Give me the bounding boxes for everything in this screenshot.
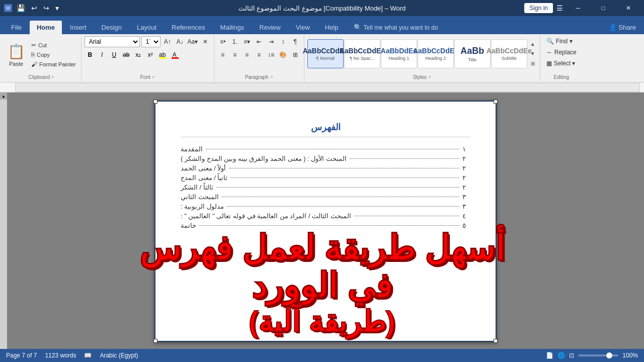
font-expand-icon[interactable]: ↗ [151, 75, 155, 79]
close-button[interactable]: ✕ [617, 0, 640, 16]
toc-entry: ٢ أولاً / معنى الحمد [181, 164, 470, 172]
tab-share[interactable]: 👤 Share [602, 21, 643, 34]
bullets-button[interactable]: ≡• [217, 36, 228, 47]
format-painter-icon: 🖌 [31, 61, 37, 68]
toc-dots [354, 216, 459, 216]
paragraph-expand-icon[interactable]: ↗ [270, 75, 273, 79]
align-left-button[interactable]: ≡ [217, 49, 228, 60]
resize-handle-br[interactable] [494, 339, 498, 343]
styles-expand-icon[interactable]: ↗ [428, 75, 431, 79]
editing-group: 🔍 Find ▾ ↔ Replace ▦ Select ▾ Editing [540, 35, 583, 81]
toc-number: ٥ [462, 222, 470, 229]
view-web-icon[interactable]: 🌐 [557, 352, 565, 359]
decrease-indent-button[interactable]: ⇤ [254, 36, 265, 47]
show-formatting-button[interactable]: ¶ [290, 36, 301, 47]
paste-button[interactable]: 📋 Paste [5, 40, 27, 69]
styles-scroll-up[interactable]: ▲ [529, 40, 537, 48]
superscript-button[interactable]: x² [145, 49, 156, 60]
resize-handle-tl[interactable] [153, 100, 157, 104]
editing-label: Editing [553, 73, 569, 81]
select-button[interactable]: ▦ Select ▾ [543, 58, 580, 68]
style-heading1[interactable]: AaBbDdEe Heading 1 [381, 39, 417, 68]
clipboard-label: Clipboard ↗ [28, 73, 54, 81]
subscript-button[interactable]: x₂ [133, 49, 144, 60]
scroll-up-button[interactable]: ▲ [0, 93, 7, 100]
zoom-slider[interactable] [578, 354, 618, 356]
toc-entry: ٢ ثانياً / معنى المدح [181, 174, 470, 182]
view-print-icon[interactable]: 📄 [546, 352, 553, 359]
format-painter-button[interactable]: 🖌 Format Painter [29, 60, 78, 69]
style-heading2[interactable]: AaBbCcDdEe Heading 2 [418, 39, 454, 68]
underline-button[interactable]: U [109, 49, 120, 60]
borders-button[interactable]: ⊞ [290, 49, 301, 60]
ribbon-display-icon[interactable]: ☰ [556, 4, 563, 12]
align-right-button[interactable]: ≡ [242, 49, 253, 60]
style-subtitle[interactable]: AaBbCcDdEe Subtitle [491, 39, 527, 68]
styles-scroll-down[interactable]: ▼ [529, 50, 537, 58]
font-family-select[interactable]: Arial [85, 36, 140, 47]
style-title[interactable]: AaBb Title [454, 39, 491, 68]
sort-button[interactable]: ↕ [278, 36, 289, 47]
increase-font-button[interactable]: A↑ [162, 36, 173, 47]
clear-formatting-button[interactable]: ✕ [200, 36, 211, 47]
toc-number: ٢ [462, 155, 470, 162]
change-case-button[interactable]: Aa▾ [187, 36, 198, 47]
increase-indent-button[interactable]: ⇥ [266, 36, 277, 47]
status-right: 📄 🌐 ⊡ 100% [546, 352, 638, 359]
tab-references[interactable]: References [165, 21, 212, 34]
text-highlight-button[interactable]: ab [157, 49, 168, 60]
resize-handle-tr[interactable] [494, 100, 498, 104]
save-icon[interactable]: 💾 [17, 4, 25, 12]
clipboard-content: 📋 Paste ✂ Cut ⎘ Copy 🖌 Format Painter [5, 36, 78, 73]
customize-icon[interactable]: ▾ [55, 4, 59, 12]
sign-in-button[interactable]: Sign in [524, 3, 553, 13]
tab-insert[interactable]: Insert [63, 21, 94, 34]
redo-icon[interactable]: ↪ [43, 4, 49, 12]
font-color-button[interactable]: A [169, 49, 180, 60]
style-subtitle-preview: AaBbCcDdEe [487, 47, 532, 55]
tab-design[interactable]: Design [95, 21, 129, 34]
maximize-button[interactable]: □ [592, 0, 615, 16]
minimize-button[interactable]: ─ [567, 0, 590, 16]
toc-entries: ١ المقدمة ٢ المبحث الأول : ( معنى الحمد … [181, 145, 470, 229]
zoom-thumb[interactable] [606, 352, 612, 358]
bold-button[interactable]: B [85, 49, 96, 60]
title-bar-right: Sign in ☰ ─ □ ✕ [524, 0, 640, 16]
decrease-font-button[interactable]: A↓ [175, 36, 186, 47]
document-scroll[interactable]: الفهرس ١ المقدمة ٢ المبحث الأول : ( معنى… [7, 93, 644, 349]
numbering-button[interactable]: 1. [229, 36, 240, 47]
tab-tell-me[interactable]: 🔍 Tell me what you want to do [347, 21, 445, 34]
styles-group: AaBbCcDdEe ¶ Normal AaBbCcDdEe ¶ No Spac… [304, 35, 540, 81]
styles-expand[interactable]: ⊞ [529, 59, 537, 67]
tab-home[interactable]: Home [30, 21, 62, 34]
tab-layout[interactable]: Layout [130, 21, 164, 34]
style-no-spacing[interactable]: AaBbCcDdEe ¶ No Spac... [344, 39, 380, 68]
align-center-button[interactable]: ≡ [229, 49, 240, 60]
tab-help[interactable]: Help [318, 21, 346, 34]
find-button[interactable]: 🔍 Find ▾ [543, 36, 580, 46]
resize-handle-bl[interactable] [153, 339, 157, 343]
line-spacing-button[interactable]: ↕≡ [266, 49, 277, 60]
shading-button[interactable]: 🎨 [278, 49, 289, 60]
undo-icon[interactable]: ↩ [31, 4, 37, 12]
tab-view[interactable]: View [289, 21, 317, 34]
font-label: Font ↗ [140, 73, 155, 81]
justify-button[interactable]: ≡ [254, 49, 265, 60]
multilevel-button[interactable]: ≡▾ [242, 36, 253, 47]
proofing-icon[interactable]: 📖 [84, 352, 92, 359]
clipboard-expand-icon[interactable]: ↗ [51, 75, 54, 79]
font-size-select[interactable]: 17 [141, 36, 160, 47]
tab-file[interactable]: File [4, 21, 29, 34]
copy-button[interactable]: ⎘ Copy [29, 50, 78, 59]
style-heading2-name: Heading 2 [425, 56, 446, 61]
italic-button[interactable]: I [97, 49, 108, 60]
style-title-name: Title [468, 57, 476, 62]
style-normal[interactable]: AaBbCcDdEe ¶ Normal [307, 39, 344, 68]
tab-mailings[interactable]: Mailings [213, 21, 252, 34]
tab-review[interactable]: Review [252, 21, 288, 34]
replace-button[interactable]: ↔ Replace [543, 47, 580, 57]
cut-button[interactable]: ✂ Cut [29, 41, 78, 50]
view-focus-icon[interactable]: ⊡ [569, 352, 574, 359]
strikethrough-button[interactable]: ab [121, 49, 132, 60]
paste-icon: 📋 [8, 43, 25, 60]
